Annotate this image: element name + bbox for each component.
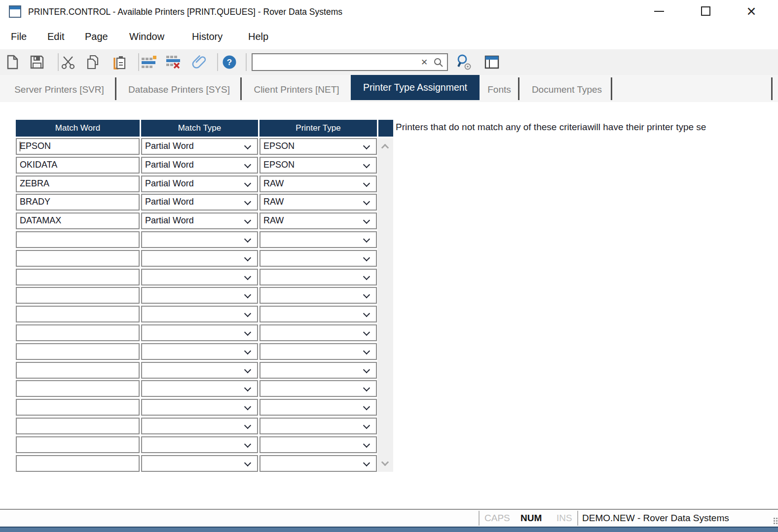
match-word-cell[interactable]: [16, 362, 140, 379]
search-clear-icon[interactable]: ✕: [418, 56, 430, 69]
printer-type-select[interactable]: RAW: [259, 194, 377, 211]
printer-type-select[interactable]: [259, 436, 377, 453]
match-type-select[interactable]: [141, 362, 258, 379]
tab-client-printers[interactable]: Client Printers [NET]: [246, 79, 347, 101]
printer-type-select[interactable]: EPSON: [259, 138, 377, 155]
table-row: [16, 380, 378, 399]
insert-row-button[interactable]: [141, 54, 157, 71]
printer-type-select[interactable]: [259, 306, 377, 322]
match-type-select[interactable]: [141, 306, 258, 322]
match-word-cell[interactable]: ZEBRA: [16, 176, 140, 192]
match-type-select[interactable]: [141, 287, 258, 304]
menu-help[interactable]: Help: [248, 24, 268, 49]
search-records-button[interactable]: [456, 54, 473, 71]
match-word-cell[interactable]: [16, 436, 140, 453]
scroll-down-icon[interactable]: [381, 459, 389, 466]
menu-edit[interactable]: Edit: [47, 24, 64, 49]
printer-type-select[interactable]: [259, 343, 377, 360]
match-type-select[interactable]: [141, 399, 258, 416]
match-word-cell[interactable]: [16, 418, 140, 434]
new-document-button[interactable]: [4, 54, 21, 71]
menu-file[interactable]: File: [11, 24, 27, 49]
help-button[interactable]: ?: [222, 54, 238, 71]
printer-type-select[interactable]: [259, 380, 377, 397]
match-type-select[interactable]: [141, 455, 258, 472]
printer-type-select[interactable]: [259, 287, 377, 304]
printer-type-select[interactable]: [259, 399, 377, 416]
match-type-select[interactable]: [141, 250, 258, 267]
match-word-cell[interactable]: [16, 306, 140, 322]
save-button[interactable]: [29, 54, 45, 71]
match-type-select[interactable]: [141, 269, 258, 285]
printer-type-select[interactable]: [259, 455, 377, 472]
toolbar-separator: [58, 53, 59, 71]
resize-grip-icon[interactable]: [774, 518, 775, 519]
menu-window[interactable]: Window: [129, 24, 164, 49]
match-word-cell[interactable]: [16, 269, 140, 285]
match-word-cell[interactable]: [16, 399, 140, 416]
match-word-cell[interactable]: DATAMAX: [16, 213, 140, 229]
printer-type-select[interactable]: [259, 362, 377, 379]
printer-type-select[interactable]: [259, 324, 377, 341]
match-type-select[interactable]: [141, 324, 258, 341]
chevron-down-icon: [363, 142, 370, 149]
match-word-cell[interactable]: EPSON: [16, 138, 140, 155]
printer-type-select[interactable]: RAW: [259, 213, 377, 229]
match-word-cell[interactable]: [16, 231, 140, 248]
match-type-select[interactable]: [141, 436, 258, 453]
match-word-cell[interactable]: [16, 343, 140, 360]
match-type-select[interactable]: [141, 343, 258, 360]
chevron-down-icon: [363, 403, 370, 410]
chevron-down-icon: [363, 198, 370, 205]
attach-button[interactable]: [191, 54, 208, 71]
match-type-select[interactable]: [141, 231, 258, 248]
chevron-down-icon: [244, 366, 251, 373]
delete-row-button[interactable]: [165, 54, 182, 71]
panel-layout-icon: [484, 55, 500, 70]
menu-history[interactable]: History: [192, 24, 222, 49]
chevron-down-icon: [363, 422, 370, 429]
match-type-select[interactable]: Partial Word: [141, 213, 258, 229]
layout-button[interactable]: [484, 54, 501, 71]
match-type-select[interactable]: Partial Word: [141, 194, 258, 211]
match-word-cell[interactable]: OKIDATA: [16, 157, 140, 174]
close-button[interactable]: ✕: [740, 0, 763, 23]
tab-server-printers[interactable]: Server Printers [SVR]: [4, 79, 114, 101]
printer-type-select[interactable]: [259, 231, 377, 248]
match-word-cell[interactable]: [16, 250, 140, 267]
table-scrollbar[interactable]: [377, 138, 393, 472]
match-word-cell[interactable]: [16, 455, 140, 472]
paperclip-icon: [191, 54, 208, 71]
chevron-down-icon: [244, 441, 251, 448]
match-type-select[interactable]: Partial Word: [141, 138, 258, 155]
match-word-cell[interactable]: [16, 287, 140, 304]
scroll-up-icon[interactable]: [381, 144, 389, 152]
printer-type-assignment-panel: Match Word Match Type Printer Type EPSON…: [0, 102, 778, 509]
table-row: OKIDATAPartial WordEPSON: [16, 157, 378, 176]
copy-button[interactable]: [84, 54, 101, 71]
copy-icon: [84, 54, 101, 71]
printer-type-select[interactable]: EPSON: [259, 157, 377, 174]
match-type-select[interactable]: Partial Word: [141, 176, 258, 192]
match-word-cell[interactable]: [16, 380, 140, 397]
maximize-button[interactable]: [694, 0, 717, 23]
paste-button[interactable]: [110, 54, 127, 71]
tab-fonts[interactable]: Fonts: [482, 79, 517, 101]
match-type-select[interactable]: Partial Word: [141, 157, 258, 174]
printer-type-select[interactable]: [259, 269, 377, 285]
cut-button[interactable]: [60, 54, 76, 71]
printer-type-select[interactable]: [259, 418, 377, 434]
search-icon[interactable]: [433, 57, 444, 68]
match-word-cell[interactable]: BRADY: [16, 194, 140, 211]
match-type-select[interactable]: [141, 418, 258, 434]
menu-page[interactable]: Page: [85, 24, 108, 49]
printer-type-select[interactable]: [259, 250, 377, 267]
match-word-cell[interactable]: [16, 324, 140, 341]
tab-database-printers[interactable]: Database Printers [SYS]: [120, 79, 238, 101]
minimize-button[interactable]: [647, 0, 670, 23]
tab-printer-type-assignment[interactable]: Printer Type Assignment: [351, 75, 480, 100]
printer-type-select[interactable]: RAW: [259, 176, 377, 192]
match-type-select[interactable]: [141, 380, 258, 397]
tab-document-types[interactable]: Document Types: [523, 79, 611, 101]
search-input[interactable]: [255, 55, 417, 69]
